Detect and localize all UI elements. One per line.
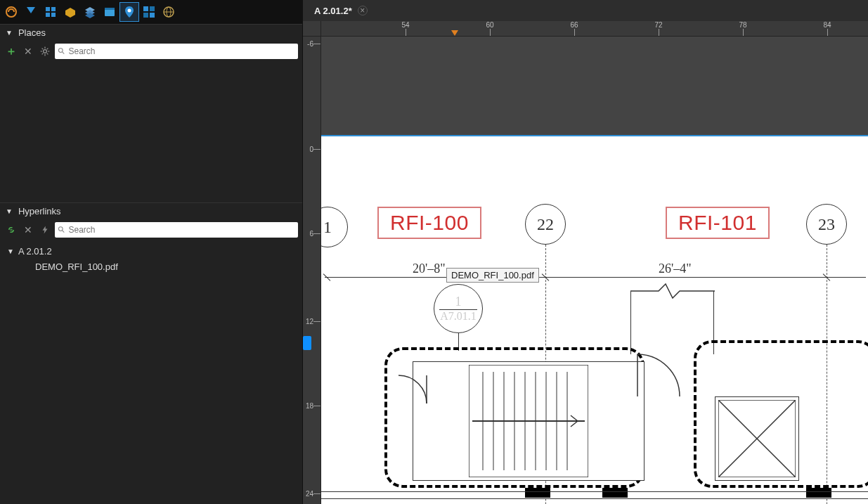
ruler-tick-label: 12 — [306, 318, 313, 325]
tool-markups-icon[interactable] — [1, 2, 21, 22]
dimension-text: 26'–4" — [659, 261, 692, 276]
caret-down-icon: ▼ — [6, 29, 13, 37]
sidebar: ▼ Places ＋ ✕ ▼ Hyperlinks ✕ — [0, 0, 303, 504]
places-title: Places — [18, 27, 46, 38]
tool-places-icon[interactable] — [119, 2, 139, 22]
svg-point-16 — [58, 49, 63, 53]
canvas-area: A 2.01.2* × 54 60 66 72 78 84 — [303, 0, 868, 504]
hyperlinks-panel-header[interactable]: ▼ Hyperlinks — [0, 202, 302, 219]
tree-child-label: DEMO_RFI_100.pdf — [35, 261, 118, 272]
tree-row-child[interactable]: DEMO_RFI_100.pdf — [0, 259, 302, 274]
svg-rect-9 — [150, 6, 155, 11]
svg-line-17 — [62, 52, 64, 54]
door-swing-icon — [391, 368, 434, 411]
ruler-marker-icon[interactable] — [451, 30, 458, 36]
svg-rect-6 — [105, 8, 115, 10]
svg-point-7 — [128, 9, 131, 13]
search-icon — [58, 47, 65, 56]
caret-down-icon: ▼ — [7, 247, 14, 255]
svg-rect-1 — [46, 7, 50, 11]
grid-bubble: 22 — [525, 204, 566, 245]
tool-properties-icon[interactable] — [100, 2, 119, 22]
svg-rect-3 — [46, 13, 50, 17]
tab-title: A 2.01.2* — [314, 6, 352, 16]
hyperlinks-title: Hyperlinks — [18, 206, 61, 217]
drawing-page[interactable]: RFI-100 RFI-101 1 22 23 20'–8" 26'–4" — [321, 135, 868, 504]
delete-place-icon[interactable]: ✕ — [21, 44, 35, 58]
places-panel-header[interactable]: ▼ Places — [0, 24, 302, 41]
svg-rect-11 — [150, 13, 155, 18]
ruler-tick-label: 84 — [823, 21, 831, 29]
places-body — [0, 62, 302, 202]
ruler-tick-label: 78 — [739, 21, 746, 29]
tool-sets-icon[interactable] — [60, 2, 80, 22]
tab-bar: A 2.01.2* × — [303, 0, 868, 21]
ruler-tick-label: -6 — [307, 40, 313, 48]
ruler-tick-label: 54 — [401, 21, 409, 29]
hyperlinks-tools: ✕ — [0, 219, 302, 240]
left-toolbar — [0, 0, 302, 24]
tool-bookmark-icon[interactable] — [21, 2, 41, 22]
ruler-tick-label: 72 — [654, 21, 662, 29]
vertical-ruler[interactable]: -6 0 6 12 18 24 — [303, 37, 321, 504]
caret-down-icon: ▼ — [6, 207, 13, 215]
horizontal-ruler[interactable]: 54 60 66 72 78 84 — [321, 21, 868, 37]
search-icon — [58, 226, 65, 234]
svg-point-15 — [44, 50, 47, 53]
tool-thumbnails-icon[interactable] — [41, 2, 60, 22]
ruler-tick-label: 66 — [570, 21, 578, 29]
rulers-wrap: 54 60 66 72 78 84 -6 0 6 — [303, 21, 868, 504]
grid-bubble: 23 — [806, 204, 847, 245]
svg-rect-10 — [143, 13, 148, 18]
settings-place-icon[interactable] — [38, 44, 52, 58]
ruler-tick-label: 60 — [486, 21, 493, 29]
places-search-input[interactable] — [68, 46, 295, 56]
break-line-icon — [630, 280, 715, 302]
rfi-annotation[interactable]: RFI-100 — [377, 207, 481, 239]
ruler-tick-label: 24 — [306, 490, 313, 498]
elevator-icon — [718, 400, 796, 477]
link-icon[interactable] — [4, 223, 18, 237]
svg-point-18 — [58, 227, 63, 231]
flash-icon[interactable] — [38, 223, 52, 237]
split-handle-icon[interactable] — [303, 336, 311, 350]
svg-rect-8 — [143, 6, 148, 11]
hyperlinks-tree: ▼ A 2.01.2 DEMO_RFI_100.pdf — [0, 240, 302, 277]
stair-icon — [469, 365, 588, 477]
places-tools: ＋ ✕ — [0, 41, 302, 62]
dimension-text: 20'–8" — [413, 261, 446, 276]
delete-link-icon[interactable]: ✕ — [21, 223, 35, 237]
svg-line-19 — [62, 231, 64, 233]
tool-globe-icon[interactable] — [159, 2, 179, 22]
svg-rect-4 — [51, 13, 56, 17]
tool-layers-icon[interactable] — [80, 2, 100, 22]
tool-hyperlinks-icon[interactable] — [139, 2, 159, 22]
door-swing-icon — [630, 347, 687, 403]
grid-bubble: 1 — [321, 207, 348, 247]
places-search[interactable] — [55, 44, 298, 59]
rfi-annotation[interactable]: RFI-101 — [666, 207, 770, 239]
ruler-corner — [303, 21, 321, 37]
hyperlinks-search-input[interactable] — [68, 225, 295, 235]
tree-row-root[interactable]: ▼ A 2.01.2 — [0, 243, 302, 259]
drawing-viewport[interactable]: RFI-100 RFI-101 1 22 23 20'–8" 26'–4" — [321, 37, 868, 504]
tree-root-label: A 2.01.2 — [18, 246, 52, 257]
document-tab[interactable]: A 2.01.2* × — [309, 0, 373, 21]
hyperlink-tooltip: DEMO_RFI_100.pdf — [446, 268, 539, 283]
close-tab-icon[interactable]: × — [358, 6, 368, 15]
ruler-tick-label: 18 — [306, 402, 313, 410]
detail-callout: 1 A7.01.1 — [434, 284, 483, 333]
add-place-icon[interactable]: ＋ — [4, 44, 18, 58]
hyperlinks-search[interactable] — [55, 222, 298, 238]
svg-rect-2 — [51, 7, 56, 11]
